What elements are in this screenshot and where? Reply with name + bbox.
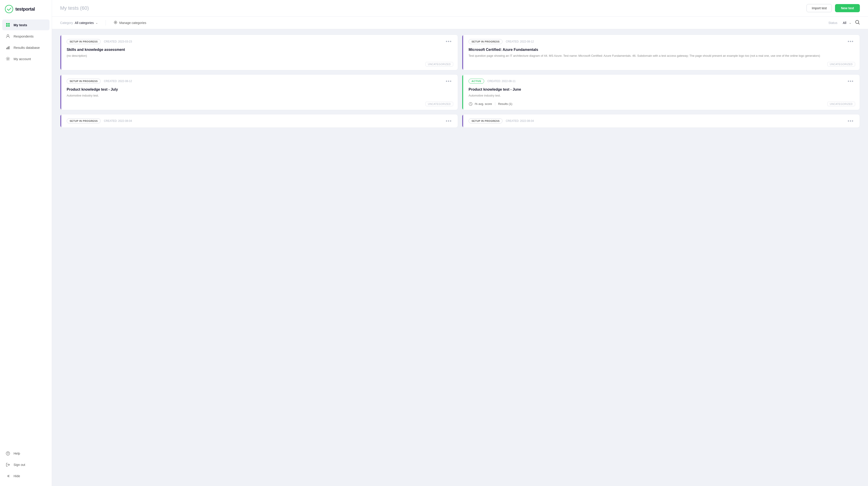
test-card[interactable]: SETUP IN PROGRESS CREATED: 2022-08-04 ••…	[60, 114, 458, 128]
avg-score: -% avg. score	[469, 102, 492, 106]
svg-point-11	[8, 454, 8, 455]
test-card[interactable]: SETUP IN PROGRESS CREATED: 2022-08-12 ••…	[462, 35, 860, 70]
test-card[interactable]: SETUP IN PROGRESS CREATED: 2023-03-23 ••…	[60, 35, 458, 70]
toolbar-left: Category All categories ⌄ Manage categor…	[60, 20, 146, 26]
category-badge: UNCATEGORIZED	[827, 62, 855, 66]
card-border	[60, 35, 61, 70]
card-border	[462, 74, 463, 110]
page-header: My tests (60) Import test New test	[52, 0, 868, 17]
created-date: CREATED: 2023-03-23	[104, 40, 132, 43]
card-border	[462, 114, 463, 127]
more-options-button[interactable]: •••	[444, 38, 453, 44]
card-footer: UNCATEGORIZED	[462, 58, 860, 70]
exit-icon	[5, 462, 10, 467]
sidebar-item-label: Sign out	[13, 463, 25, 466]
created-date: CREATED: 2022-08-04	[104, 119, 132, 123]
card-footer: -% avg. score Results (1) UNCATEGORIZED	[462, 98, 860, 110]
status-label: Status	[829, 21, 837, 25]
card-description: Test question page showing an IT archite…	[469, 54, 855, 58]
sidebar-item-sign-out[interactable]: Sign out	[2, 459, 50, 470]
gear-icon	[5, 56, 10, 61]
gear-manage-icon	[114, 20, 118, 25]
card-title: Product knowledge test - July	[67, 88, 453, 92]
more-options-button[interactable]: •••	[846, 118, 855, 124]
svg-point-13	[115, 22, 116, 23]
status-badge: SETUP IN PROGRESS	[469, 118, 502, 123]
created-date: CREATED: 2022-08-12	[104, 80, 132, 83]
sidebar-item-respondents[interactable]: Respondents	[2, 31, 50, 41]
category-badge: UNCATEGORIZED	[827, 102, 855, 106]
status-badge: SETUP IN PROGRESS	[67, 39, 101, 44]
sidebar-item-label: Hide	[13, 474, 20, 478]
toolbar-right: Status All ⌄	[829, 20, 860, 26]
sidebar-bottom: Help Sign out Hide	[0, 446, 52, 486]
sidebar-item-label: Results database	[13, 45, 40, 50]
import-test-button[interactable]: Import test	[807, 4, 832, 12]
card-body: Skills and knowledge assessment (no desc…	[60, 44, 458, 58]
card-header: SETUP IN PROGRESS CREATED: 2022-08-12 ••…	[462, 35, 860, 44]
status-badge: SETUP IN PROGRESS	[469, 39, 502, 44]
page-title: My tests (60)	[60, 5, 89, 11]
category-badge: UNCATEGORIZED	[426, 62, 453, 66]
svg-rect-6	[6, 48, 7, 49]
main-content: My tests (60) Import test New test Categ…	[52, 0, 868, 486]
toolbar-divider	[105, 20, 106, 26]
card-body: Microsoft Certified: Azure Fundamentals …	[462, 44, 860, 58]
header-actions: Import test New test	[807, 4, 860, 12]
sidebar-item-label: Respondents	[13, 34, 33, 38]
sidebar-item-label: My tests	[13, 23, 27, 27]
card-border	[60, 74, 61, 110]
created-date: CREATED: 2022-08-04	[506, 119, 534, 123]
card-title: Microsoft Certified: Azure Fundamentals	[469, 48, 855, 52]
search-button[interactable]	[855, 20, 860, 26]
status-badge: SETUP IN PROGRESS	[67, 79, 101, 84]
more-options-button[interactable]: •••	[444, 118, 453, 124]
status-badge: ACTIVE	[469, 79, 484, 84]
created-date: CREATED: 2022-08-11	[487, 80, 516, 83]
status-badge: SETUP IN PROGRESS	[67, 118, 101, 123]
card-body: Product knowledge test - June Automotive…	[462, 84, 860, 98]
sidebar: testportal My tests Respon	[0, 0, 52, 486]
test-card[interactable]: SETUP IN PROGRESS CREATED: 2022-08-12 ••…	[60, 74, 458, 110]
sidebar-item-results-database[interactable]: Results database	[2, 42, 50, 53]
sidebar-item-my-account[interactable]: My account	[2, 53, 50, 64]
manage-categories-button[interactable]: Manage categories	[114, 20, 146, 25]
svg-rect-3	[6, 25, 8, 27]
card-stats: -% avg. score Results (1)	[469, 102, 825, 106]
status-value: All	[843, 21, 846, 25]
svg-rect-4	[8, 25, 10, 27]
card-footer: UNCATEGORIZED	[60, 58, 458, 70]
status-chevron-icon: ⌄	[849, 21, 851, 24]
logo[interactable]: testportal	[0, 0, 52, 20]
card-header: SETUP IN PROGRESS CREATED: 2023-03-23 ••…	[60, 35, 458, 44]
card-footer: UNCATEGORIZED	[60, 98, 458, 110]
grid-icon	[5, 22, 10, 27]
test-card[interactable]: SETUP IN PROGRESS CREATED: 2022-08-04 ••…	[462, 114, 860, 128]
svg-rect-1	[6, 23, 8, 25]
more-options-button[interactable]: •••	[846, 38, 855, 44]
card-header: SETUP IN PROGRESS CREATED: 2022-08-12 ••…	[60, 74, 458, 84]
svg-rect-8	[8, 46, 9, 49]
svg-line-15	[859, 23, 860, 24]
category-badge: UNCATEGORIZED	[426, 102, 453, 106]
card-border	[462, 35, 463, 70]
sidebar-item-hide[interactable]: Hide	[2, 470, 50, 482]
created-date: CREATED: 2022-08-12	[506, 40, 534, 43]
bar-chart-icon	[5, 45, 10, 50]
sidebar-item-my-tests[interactable]: My tests	[2, 20, 50, 30]
svg-point-5	[7, 35, 9, 36]
card-header: SETUP IN PROGRESS CREATED: 2022-08-04 ••…	[60, 114, 458, 124]
sidebar-item-help[interactable]: Help	[2, 448, 50, 459]
svg-rect-7	[7, 47, 8, 49]
cards-grid: SETUP IN PROGRESS CREATED: 2023-03-23 ••…	[52, 29, 868, 486]
more-options-button[interactable]: •••	[444, 78, 453, 84]
category-value: All categories	[75, 21, 94, 25]
more-options-button[interactable]: •••	[846, 78, 855, 84]
status-filter[interactable]: Status All ⌄	[829, 21, 851, 25]
sidebar-item-label: My account	[13, 57, 31, 61]
new-test-button[interactable]: New test	[835, 4, 860, 12]
category-filter[interactable]: Category All categories ⌄	[60, 21, 98, 25]
category-chevron-icon: ⌄	[96, 21, 98, 24]
card-header: SETUP IN PROGRESS CREATED: 2022-08-04 ••…	[462, 114, 860, 124]
test-card[interactable]: ACTIVE CREATED: 2022-08-11 ••• Product k…	[462, 74, 860, 110]
